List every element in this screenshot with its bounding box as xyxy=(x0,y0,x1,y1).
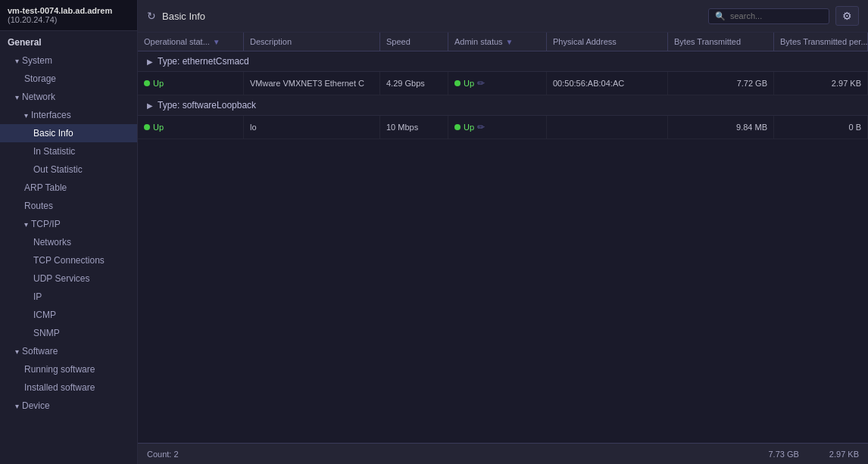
section-label-loopback: Type: softwareLoopback xyxy=(158,100,256,111)
status-text-admin-1: Up xyxy=(464,79,474,88)
footer-bytes-total: 7.73 GB xyxy=(769,450,799,459)
toolbar-right: 🔍 ⚙ xyxy=(708,6,859,26)
toolbar-title: Basic Info xyxy=(162,11,205,22)
footer-bytes-per: 2.97 KB xyxy=(829,450,859,459)
th-op-status: Operational stat... ▼ xyxy=(138,33,244,51)
td-op-status-2: Up xyxy=(138,116,244,139)
td-op-status-1: Up xyxy=(138,72,244,95)
expand-icon-interfaces: ▾ xyxy=(24,111,28,120)
status-text-1: Up xyxy=(153,79,164,88)
sidebar-item-snmp[interactable]: SNMP xyxy=(0,324,137,342)
footer-right: 7.73 GB 2.97 KB xyxy=(769,450,860,459)
search-icon: 🔍 xyxy=(715,11,726,21)
sidebar-item-running-software[interactable]: Running software xyxy=(0,360,137,378)
ip-label: (10.20.24.74) xyxy=(8,15,130,24)
filter-icon-op[interactable]: ▼ xyxy=(213,38,220,46)
sidebar-item-storage[interactable]: Storage xyxy=(0,70,137,88)
sidebar-item-icmp[interactable]: ICMP xyxy=(0,306,137,324)
sidebar-item-network[interactable]: ▾Network xyxy=(0,88,137,106)
edit-icon-1[interactable]: ✏ xyxy=(477,78,485,89)
th-description: Description xyxy=(244,33,380,51)
th-bytes-transmitted: Bytes Transmitted xyxy=(668,33,774,51)
td-bytes-1: 7.72 GB xyxy=(668,72,774,95)
main-content: ↻ Basic Info 🔍 ⚙ Operational stat... ▼ D… xyxy=(138,0,868,464)
sidebar-header: vm-test-0074.lab.ad.adrem (10.20.24.74) xyxy=(0,0,137,31)
sidebar-item-in-statistic[interactable]: In Statistic xyxy=(0,142,137,160)
status-dot-1 xyxy=(144,80,150,86)
section-arrow-ethernet: ▶ xyxy=(147,58,153,66)
section-label-ethernet: Type: ethernetCsmacd xyxy=(158,56,249,67)
table-header: Operational stat... ▼ Description Speed … xyxy=(138,33,868,51)
status-text-admin-2: Up xyxy=(464,123,474,132)
td-speed-1: 4.29 Gbps xyxy=(380,72,448,95)
expand-icon-software: ▾ xyxy=(15,347,19,356)
expand-icon-system: ▾ xyxy=(15,57,19,65)
td-admin-1: Up ✏ xyxy=(448,72,547,95)
table-row: Up lo 10 Mbps Up ✏ 9.84 MB 0 B xyxy=(138,116,868,139)
sidebar-item-device[interactable]: ▾Device xyxy=(0,397,137,415)
section-loopback[interactable]: ▶ Type: softwareLoopback xyxy=(138,95,868,116)
th-bytes-per: Bytes Transmitted per... xyxy=(774,33,868,51)
sidebar-item-udp-services[interactable]: UDP Services xyxy=(0,269,137,288)
td-physical-1: 00:50:56:AB:04:AC xyxy=(547,72,668,95)
section-arrow-loopback: ▶ xyxy=(147,101,153,110)
table-container: Operational stat... ▼ Description Speed … xyxy=(138,33,868,443)
filter-icon-admin[interactable]: ▼ xyxy=(506,38,514,46)
sidebar-item-networks[interactable]: Networks xyxy=(0,233,137,251)
sidebar-item-tcp-connections[interactable]: TCP Connections xyxy=(0,251,137,269)
td-bytesper-2: 0 B xyxy=(774,116,868,139)
sidebar-item-ip[interactable]: IP xyxy=(0,288,137,306)
toolbar: ↻ Basic Info 🔍 ⚙ xyxy=(138,0,868,33)
sidebar-item-basic-info[interactable]: Basic Info xyxy=(0,124,137,142)
td-bytes-2: 9.84 MB xyxy=(668,116,774,139)
sidebar-item-routes[interactable]: Routes xyxy=(0,197,137,215)
td-physical-2 xyxy=(547,116,668,139)
td-description-2: lo xyxy=(244,116,380,139)
sidebar-item-software[interactable]: ▾Software xyxy=(0,342,137,360)
sidebar-item-installed-software[interactable]: Installed software xyxy=(0,378,137,397)
expand-icon-network: ▾ xyxy=(15,93,19,101)
th-admin-status: Admin status ▼ xyxy=(448,33,547,51)
edit-icon-2[interactable]: ✏ xyxy=(477,122,485,132)
search-input[interactable] xyxy=(730,11,823,20)
td-description-1: VMware VMXNET3 Ethernet C xyxy=(244,72,380,95)
status-dot-admin-1 xyxy=(454,80,461,86)
status-text-2: Up xyxy=(153,123,164,132)
footer-bar: Count: 2 7.73 GB 2.97 KB xyxy=(138,443,868,464)
sidebar-item-tcpip[interactable]: ▾TCP/IP xyxy=(0,215,137,233)
sidebar-item-arp-table[interactable]: ARP Table xyxy=(0,179,137,197)
section-ethernet[interactable]: ▶ Type: ethernetCsmacd xyxy=(138,51,868,72)
hostname-label: vm-test-0074.lab.ad.adrem xyxy=(8,6,130,15)
sidebar-item-out-statistic[interactable]: Out Statistic xyxy=(0,160,137,179)
td-admin-2: Up ✏ xyxy=(448,116,547,139)
sidebar-item-system[interactable]: ▾System xyxy=(0,51,137,70)
refresh-button[interactable]: ↻ xyxy=(147,10,156,22)
status-dot-admin-2 xyxy=(454,124,461,130)
expand-icon-tcpip: ▾ xyxy=(24,220,28,229)
sidebar-item-interfaces[interactable]: ▾Interfaces xyxy=(0,106,137,124)
search-box: 🔍 xyxy=(708,8,829,24)
status-dot-2 xyxy=(144,124,150,130)
td-bytesper-1: 2.97 KB xyxy=(774,72,868,95)
table-row: Up VMware VMXNET3 Ethernet C 4.29 Gbps U… xyxy=(138,72,868,95)
toolbar-left: ↻ Basic Info xyxy=(147,10,205,22)
footer-count: Count: 2 xyxy=(147,450,179,459)
gear-button[interactable]: ⚙ xyxy=(835,6,859,26)
expand-icon-device: ▾ xyxy=(15,402,19,410)
sidebar: vm-test-0074.lab.ad.adrem (10.20.24.74) … xyxy=(0,0,138,464)
sidebar-item-general[interactable]: General xyxy=(0,31,137,51)
td-speed-2: 10 Mbps xyxy=(380,116,448,139)
th-physical-address: Physical Address xyxy=(547,33,668,51)
th-speed: Speed xyxy=(380,33,448,51)
